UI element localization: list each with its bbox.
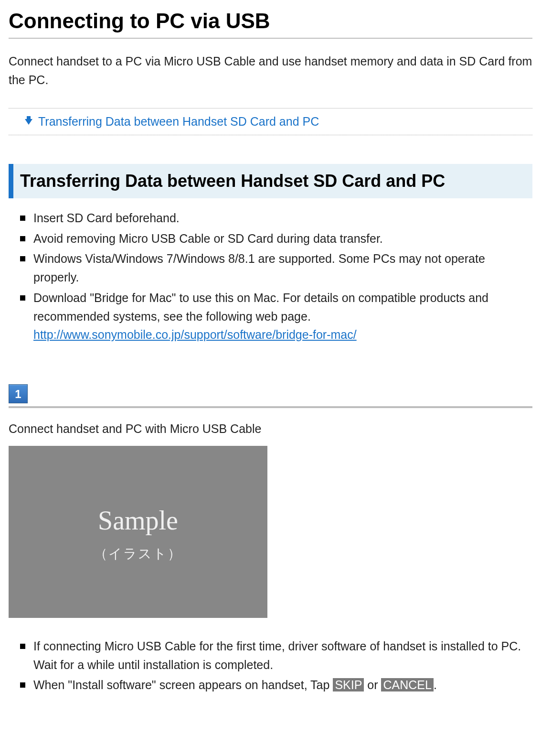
toc-box: Transferring Data between Handset SD Car… [9, 108, 532, 135]
sample-illustration: Sample （イラスト） [9, 446, 267, 618]
list-item: Windows Vista/Windows 7/Windows 8/8.1 ar… [20, 249, 532, 287]
sample-subtext: （イラスト） [94, 543, 182, 564]
list-item: If connecting Micro USB Cable for the fi… [20, 637, 532, 674]
list-item: Avoid removing Micro USB Cable or SD Car… [20, 229, 532, 248]
skip-button-label: SKIP [333, 678, 364, 691]
step-number-badge: 1 [9, 384, 28, 403]
note-text: Download "Bridge for Mac" to use this on… [33, 291, 488, 323]
bridge-for-mac-link[interactable]: http://www.sonymobile.co.jp/support/soft… [33, 328, 357, 341]
cancel-button-label: CANCEL [381, 678, 433, 691]
title-rule [9, 38, 532, 39]
notes-list: Insert SD Card beforehand. Avoid removin… [9, 209, 532, 344]
section-heading-text: Transferring Data between Handset SD Car… [20, 171, 445, 191]
step-notes-list: If connecting Micro USB Cable for the fi… [9, 637, 532, 694]
section-heading: Transferring Data between Handset SD Car… [9, 164, 532, 198]
page-number: 1 [9, 752, 532, 756]
intro-text: Connect handset to a PC via Micro USB Ca… [9, 52, 532, 89]
note-text-part: or [364, 678, 381, 691]
note-text-part: . [434, 678, 437, 691]
down-arrow-icon [25, 119, 32, 125]
step-rule [9, 406, 532, 408]
toc-link[interactable]: Transferring Data between Handset SD Car… [38, 115, 319, 128]
note-text-part: When "Install software" screen appears o… [33, 678, 333, 691]
list-item: Insert SD Card beforehand. [20, 209, 532, 227]
sample-text: Sample [98, 500, 178, 541]
page-title: Connecting to PC via USB [9, 9, 532, 34]
step-instruction: Connect handset and PC with Micro USB Ca… [9, 420, 532, 438]
list-item: When "Install software" screen appears o… [20, 676, 532, 694]
list-item: Download "Bridge for Mac" to use this on… [20, 289, 532, 344]
